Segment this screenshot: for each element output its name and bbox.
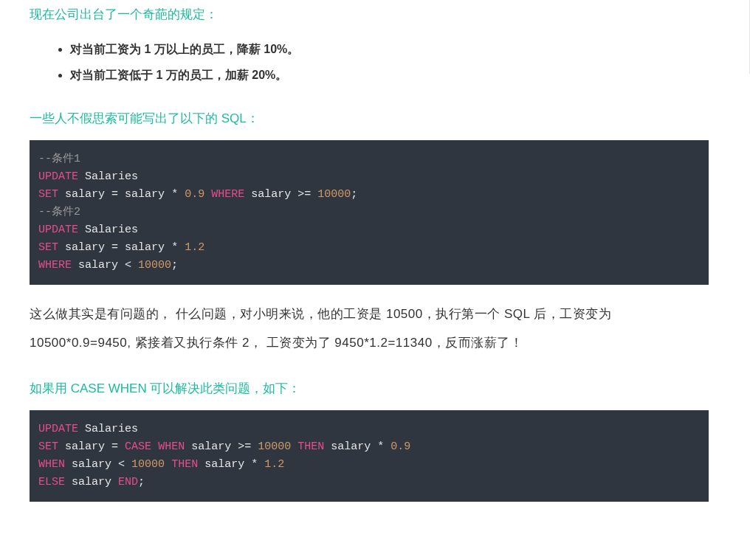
intro-text: 现在公司出台了一个奇葩的规定： (30, 6, 709, 23)
number-literal: 10000 (258, 440, 291, 453)
identifier: salary (125, 188, 165, 201)
rules-list: 对当前工资为 1 万以上的员工，降薪 10%。 对当前工资低于 1 万的员工，加… (30, 36, 709, 88)
operator: >= (297, 188, 311, 201)
keyword-when: WHEN (158, 440, 185, 453)
operator: = (111, 440, 118, 453)
keyword-where: WHERE (38, 259, 72, 272)
operator: < (125, 259, 131, 272)
number-literal: 0.9 (185, 188, 204, 201)
number-literal: 10000 (138, 259, 171, 272)
keyword-set: SET (38, 241, 58, 254)
operator: < (118, 458, 125, 471)
identifier: salary (191, 440, 231, 453)
identifier: salary (65, 440, 105, 453)
number-literal: 10000 (317, 188, 351, 201)
code-comment: --条件1 (38, 153, 80, 165)
code-block-1: --条件1 UPDATE Salaries SET salary = salar… (30, 140, 709, 285)
operator: >= (238, 440, 251, 453)
operator: = (111, 188, 118, 201)
identifier: salary (204, 458, 244, 471)
section-heading-1: 一些人不假思索可能写出了以下的 SQL： (30, 110, 709, 127)
keyword-then: THEN (297, 440, 324, 453)
keyword-when: WHEN (38, 458, 65, 471)
operator: = (111, 241, 118, 254)
number-literal: 1.2 (185, 241, 204, 254)
list-item: 对当前工资低于 1 万的员工，加薪 20%。 (70, 62, 709, 88)
keyword-set: SET (38, 440, 58, 453)
identifier: salary (65, 241, 105, 254)
article-content: 现在公司出台了一个奇葩的规定： 对当前工资为 1 万以上的员工，降薪 10%。 … (0, 6, 738, 502)
section-heading-2: 如果用 CASE WHEN 可以解决此类问题，如下： (30, 380, 709, 397)
explanation-paragraph: 这么做其实是有问题的， 什么问题，对小明来说，他的工资是 10500，执行第一个… (30, 300, 709, 357)
identifier: Salaries (85, 170, 138, 183)
identifier: salary (125, 241, 165, 254)
code-block-2: UPDATE Salaries SET salary = CASE WHEN s… (30, 410, 709, 502)
identifier: salary (65, 188, 105, 201)
identifier: salary (72, 476, 111, 488)
number-literal: 0.9 (391, 440, 410, 453)
identifier: salary (72, 458, 111, 471)
keyword-case: CASE (125, 440, 151, 453)
list-item: 对当前工资为 1 万以上的员工，降薪 10%。 (70, 36, 709, 62)
keyword-update: UPDATE (38, 423, 78, 435)
operator: * (251, 458, 258, 471)
number-literal: 10000 (131, 458, 165, 471)
operator: * (171, 188, 178, 201)
keyword-where: WHERE (211, 188, 244, 201)
keyword-update: UPDATE (38, 224, 78, 236)
code-comment: --条件2 (38, 206, 80, 218)
semicolon: ; (138, 476, 145, 488)
keyword-set: SET (38, 188, 58, 201)
number-literal: 1.2 (264, 458, 284, 471)
keyword-then: THEN (171, 458, 198, 471)
semicolon: ; (171, 259, 178, 272)
keyword-end: END (118, 476, 138, 488)
identifier: salary (78, 259, 118, 272)
keyword-update: UPDATE (38, 170, 78, 183)
semicolon: ; (351, 188, 357, 201)
operator: * (171, 241, 178, 254)
operator: * (377, 440, 384, 453)
identifier: salary (331, 440, 371, 453)
identifier: salary (251, 188, 291, 201)
identifier: Salaries (85, 224, 138, 236)
identifier: Salaries (85, 423, 138, 435)
keyword-else: ELSE (38, 476, 65, 488)
